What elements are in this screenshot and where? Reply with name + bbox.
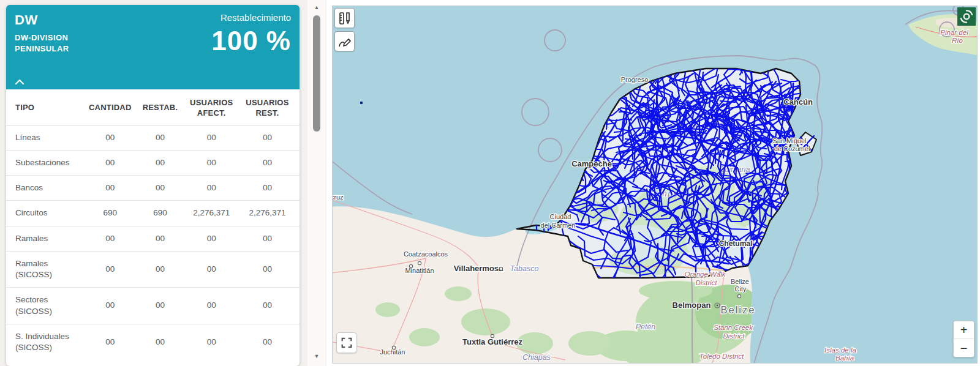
cyclone-icon	[959, 9, 974, 24]
cell-tipo: S. Individuales (SICOSS)	[6, 324, 84, 360]
cell-tipo: Circuitos	[6, 201, 84, 226]
map-canvas[interactable]: TabascoChiapasPeténQuintanaRooYucatánCam…	[333, 6, 977, 363]
cell-value: 00	[184, 226, 239, 251]
cell-tipo: Ramales	[6, 226, 84, 251]
map-label: de Cozumel	[774, 145, 810, 152]
cyclone-logo-button[interactable]	[957, 7, 976, 26]
cell-value: 00	[84, 176, 136, 201]
cell-value: 2,276,371	[239, 201, 296, 226]
column-header: USUARIOS PEND.	[296, 89, 300, 125]
cell-value: 00	[184, 324, 239, 360]
cell-value: 00	[136, 226, 184, 251]
column-header: CANTIDAD	[84, 89, 136, 125]
table-row: Sectores (SICOSS)0000000000	[6, 288, 300, 324]
map-label: District	[695, 279, 717, 286]
map-label: Bahía	[835, 354, 854, 362]
scroll-down-arrow-icon[interactable]: ▼	[307, 353, 326, 359]
cell-value: 00	[296, 288, 300, 324]
table-row: Subestaciones0000000000	[6, 151, 300, 176]
city-marker	[418, 261, 421, 264]
collapse-chevron-icon[interactable]	[15, 79, 24, 85]
map-label: Minatitlán	[405, 267, 434, 274]
cell-value: 00	[239, 288, 296, 324]
ruler-pencil-icon	[337, 11, 352, 26]
table-header-row: TIPOCANTIDADRESTAB.USUARIOS AFECT.USUARI…	[6, 89, 300, 125]
scroll-up-arrow-icon[interactable]: ▲	[307, 4, 326, 10]
cell-value: 00	[239, 151, 296, 176]
scrollbar-thumb[interactable]	[313, 15, 320, 132]
cell-value: 00	[136, 251, 184, 287]
map-label: Ciudad	[550, 213, 571, 220]
map-label: Villahermosa	[454, 264, 503, 273]
cell-value: 00	[239, 176, 296, 201]
division-header: DW DW-DIVISION PENINSULAR Restablecimien…	[6, 5, 300, 89]
map-label: Chiapas	[522, 353, 551, 362]
cell-value: 00	[84, 324, 136, 360]
cell-value: 00	[296, 201, 300, 226]
table-row: Circuitos6906902,276,3712,276,37100	[6, 201, 300, 226]
dashboard: DW DW-DIVISION PENINSULAR Restablecimien…	[0, 0, 980, 366]
map-zoom-control: + −	[953, 321, 974, 357]
map-label: San Miguel	[772, 137, 806, 144]
restoration-table: TIPOCANTIDADRESTAB.USUARIOS AFECT.USUARI…	[6, 89, 300, 360]
map-label: Belmopan	[673, 301, 711, 310]
table-row: Bancos0000000000	[6, 176, 300, 201]
cell-value: 2,276,371	[184, 201, 239, 226]
map-label: Orange Walk	[685, 271, 726, 278]
map-label: Río	[952, 37, 963, 44]
table-row: Líneas0000000000	[6, 125, 300, 150]
cell-tipo: Bancos	[6, 176, 84, 201]
cell-value: 00	[239, 226, 296, 251]
cell-value: 00	[184, 151, 239, 176]
cell-value: 00	[136, 288, 184, 324]
cell-value: 00	[136, 125, 184, 150]
map-label: Belize	[731, 278, 749, 285]
restoration-table-wrap: TIPOCANTIDADRESTAB.USUARIOS AFECT.USUARI…	[6, 89, 300, 360]
map-label: Chetumal	[719, 239, 753, 248]
map-label: Islas de la	[824, 346, 856, 354]
column-header: USUARIOS AFECT.	[184, 89, 239, 125]
map-label: Coatzacoalcos	[404, 250, 448, 258]
city-marker	[409, 264, 412, 267]
fullscreen-button[interactable]	[336, 332, 357, 353]
zoom-out-button[interactable]: −	[954, 339, 974, 357]
map-toolbar	[334, 8, 355, 51]
map-panel: TabascoChiapasPeténQuintanaRooYucatánCam…	[332, 6, 978, 364]
cell-value: 00	[136, 324, 184, 360]
column-header: RESTAB.	[136, 89, 184, 125]
draw-tool-button[interactable]	[334, 31, 355, 51]
capital-marker-dot	[717, 305, 718, 307]
cell-tipo: Sectores (SICOSS)	[6, 288, 84, 324]
measure-tool-button[interactable]	[334, 8, 355, 28]
cell-value: 00	[184, 251, 239, 287]
cell-value: 00	[84, 288, 136, 324]
cell-tipo: Subestaciones	[6, 151, 84, 176]
cell-value: 00	[239, 251, 296, 287]
cell-value: 00	[84, 151, 136, 176]
panel-scrollbar[interactable]: ▲ ▼	[307, 0, 326, 366]
map-label: Tabasco	[510, 264, 539, 273]
cell-value: 00	[184, 288, 239, 324]
cell-value: 00	[84, 226, 136, 251]
restoration-label: Restablecimiento	[211, 12, 291, 23]
city-marker	[491, 334, 494, 337]
cell-value: 690	[136, 201, 184, 226]
zoom-in-button[interactable]: +	[954, 321, 974, 339]
cell-tipo: Líneas	[6, 125, 84, 150]
cell-value: 00	[84, 251, 136, 287]
map-label: Toledo District	[699, 353, 744, 360]
cell-value: 00	[84, 125, 136, 150]
cell-value: 00	[296, 176, 300, 201]
map-label: Stann Creek	[714, 324, 753, 331]
cell-value: 00	[296, 151, 300, 176]
division-card: DW DW-DIVISION PENINSULAR Restablecimien…	[6, 5, 300, 366]
city-marker	[392, 346, 395, 349]
table-row: S. Individuales (SICOSS)0000000000	[6, 324, 300, 360]
cell-value: 00	[239, 125, 296, 150]
map-label: del Carmen	[541, 222, 576, 229]
cell-value: 00	[296, 125, 300, 150]
restoration-percentage: 100 %	[211, 28, 291, 54]
pencil-draw-icon	[337, 34, 352, 49]
map-label: Veracruz	[333, 193, 344, 201]
sea-point	[360, 102, 363, 104]
